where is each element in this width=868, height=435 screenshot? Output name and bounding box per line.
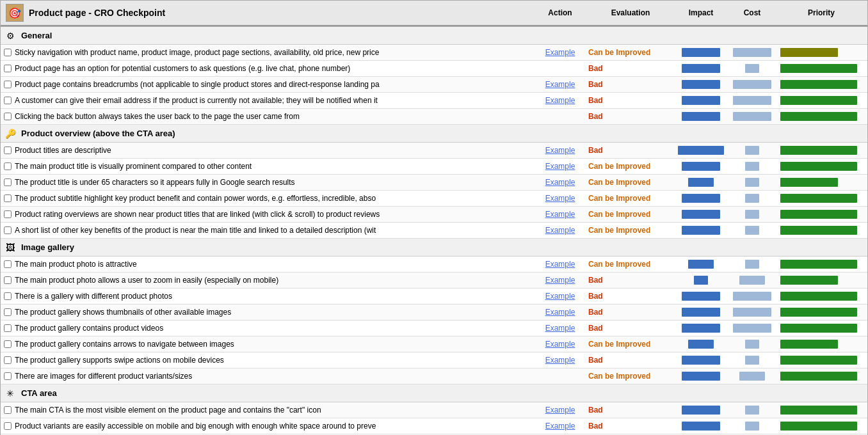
checkbox-input[interactable] bbox=[4, 97, 12, 104]
row-checkbox[interactable] bbox=[1, 81, 15, 88]
row-checkbox[interactable] bbox=[1, 65, 15, 72]
table-row: The product gallery contains product vid… bbox=[1, 320, 867, 336]
priority-bar bbox=[780, 226, 857, 235]
example-link[interactable]: Example bbox=[545, 308, 575, 317]
checkbox-input[interactable] bbox=[4, 260, 12, 268]
checkbox-input[interactable] bbox=[4, 308, 12, 316]
example-link[interactable]: Example bbox=[545, 356, 575, 365]
row-priority bbox=[778, 226, 867, 235]
row-text: The product subtitle highlight key produ… bbox=[15, 194, 534, 203]
checkbox-input[interactable] bbox=[4, 178, 12, 186]
row-action[interactable]: Example bbox=[534, 194, 586, 203]
checkbox-input[interactable] bbox=[4, 340, 12, 348]
row-checkbox[interactable] bbox=[1, 97, 15, 104]
example-link[interactable]: Example bbox=[545, 422, 575, 431]
cost-bar bbox=[745, 226, 759, 235]
table-row: The main product photo is attractive Exa… bbox=[1, 257, 867, 273]
example-link[interactable]: Example bbox=[545, 260, 575, 269]
example-link[interactable]: Example bbox=[545, 406, 575, 415]
example-link[interactable]: Example bbox=[545, 48, 575, 57]
checkbox-input[interactable] bbox=[4, 226, 12, 234]
row-action[interactable]: Example bbox=[534, 422, 586, 431]
priority-bar bbox=[780, 324, 857, 333]
example-link[interactable]: Example bbox=[545, 276, 575, 285]
row-action[interactable]: Example bbox=[534, 324, 586, 333]
example-link[interactable]: Example bbox=[545, 194, 575, 203]
row-checkbox[interactable] bbox=[1, 49, 15, 56]
row-action[interactable]: Example bbox=[534, 340, 586, 349]
cost-bar bbox=[745, 406, 759, 415]
row-evaluation: Can be Improved bbox=[586, 372, 675, 381]
row-text: There are images for different product v… bbox=[15, 372, 534, 381]
row-text: Sticky navigation with product name, pro… bbox=[15, 48, 534, 57]
row-checkbox[interactable] bbox=[1, 308, 15, 316]
row-checkbox[interactable] bbox=[1, 340, 15, 348]
row-text: A customer can give their email address … bbox=[15, 96, 534, 105]
row-action[interactable]: Example bbox=[534, 308, 586, 317]
example-link[interactable]: Example bbox=[545, 324, 575, 333]
row-action[interactable]: Example bbox=[534, 292, 586, 301]
row-checkbox[interactable] bbox=[1, 324, 15, 332]
example-link[interactable]: Example bbox=[545, 178, 575, 187]
checkbox-input[interactable] bbox=[4, 324, 12, 332]
row-action[interactable]: Example bbox=[534, 226, 586, 235]
row-checkbox[interactable] bbox=[1, 406, 15, 414]
table-row: There is a gallery with different produc… bbox=[1, 289, 867, 304]
example-link[interactable]: Example bbox=[545, 80, 575, 89]
checkbox-input[interactable] bbox=[4, 81, 12, 88]
cost-bar bbox=[733, 48, 771, 57]
row-checkbox[interactable] bbox=[1, 146, 15, 154]
row-checkbox[interactable] bbox=[1, 260, 15, 268]
example-link[interactable]: Example bbox=[545, 96, 575, 105]
col-cost-header: Cost bbox=[727, 8, 778, 17]
checkbox-input[interactable] bbox=[4, 210, 12, 218]
row-checkbox[interactable] bbox=[1, 422, 15, 430]
checkbox-input[interactable] bbox=[4, 422, 12, 430]
row-evaluation: Bad bbox=[586, 324, 675, 333]
example-link[interactable]: Example bbox=[545, 146, 575, 155]
example-link[interactable]: Example bbox=[545, 162, 575, 171]
section-icon-cta-area: ✳ bbox=[3, 386, 17, 400]
row-action[interactable]: Example bbox=[534, 80, 586, 89]
checkbox-input[interactable] bbox=[4, 146, 12, 154]
impact-bar bbox=[682, 64, 720, 73]
checkbox-input[interactable] bbox=[4, 292, 12, 300]
checkbox-input[interactable] bbox=[4, 49, 12, 56]
row-checkbox[interactable] bbox=[1, 292, 15, 300]
row-priority bbox=[778, 276, 867, 285]
checkbox-input[interactable] bbox=[4, 356, 12, 364]
row-action[interactable]: Example bbox=[534, 210, 586, 219]
row-action[interactable]: Example bbox=[534, 406, 586, 415]
example-link[interactable]: Example bbox=[545, 292, 575, 301]
checkbox-input[interactable] bbox=[4, 65, 12, 72]
checkbox-input[interactable] bbox=[4, 113, 12, 120]
row-action[interactable]: Example bbox=[534, 276, 586, 285]
row-evaluation: Bad bbox=[586, 64, 675, 73]
row-checkbox[interactable] bbox=[1, 276, 15, 284]
row-checkbox[interactable] bbox=[1, 226, 15, 234]
row-impact bbox=[675, 308, 727, 317]
checkbox-input[interactable] bbox=[4, 372, 12, 380]
row-checkbox[interactable] bbox=[1, 162, 15, 170]
row-action[interactable]: Example bbox=[534, 356, 586, 365]
example-link[interactable]: Example bbox=[545, 226, 575, 235]
row-checkbox[interactable] bbox=[1, 356, 15, 364]
example-link[interactable]: Example bbox=[545, 340, 575, 349]
row-action[interactable]: Example bbox=[534, 178, 586, 187]
row-checkbox[interactable] bbox=[1, 113, 15, 120]
row-evaluation: Bad bbox=[586, 308, 675, 317]
example-link[interactable]: Example bbox=[545, 210, 575, 219]
row-action[interactable]: Example bbox=[534, 162, 586, 171]
checkbox-input[interactable] bbox=[4, 162, 12, 170]
row-checkbox[interactable] bbox=[1, 178, 15, 186]
row-action[interactable]: Example bbox=[534, 48, 586, 57]
checkbox-input[interactable] bbox=[4, 194, 12, 202]
row-action[interactable]: Example bbox=[534, 260, 586, 269]
row-action[interactable]: Example bbox=[534, 96, 586, 105]
checkbox-input[interactable] bbox=[4, 276, 12, 284]
row-checkbox[interactable] bbox=[1, 372, 15, 380]
checkbox-input[interactable] bbox=[4, 406, 12, 414]
row-checkbox[interactable] bbox=[1, 210, 15, 218]
row-checkbox[interactable] bbox=[1, 194, 15, 202]
row-action[interactable]: Example bbox=[534, 146, 586, 155]
